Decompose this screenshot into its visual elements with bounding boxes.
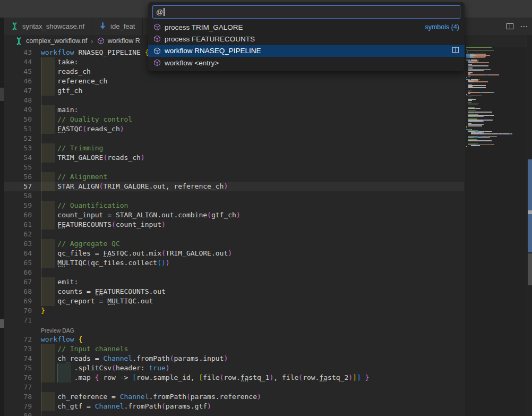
quick-pick-query: @ (156, 8, 163, 16)
line-number: 72 (0, 335, 32, 344)
indent-guide (41, 411, 41, 416)
line-number: 44 (0, 57, 32, 67)
overview-ruler-decoration (528, 159, 532, 210)
indent-guide (41, 163, 41, 172)
quick-pick-item[interactable]: process TRIM_GALOREsymbols (4) (148, 21, 465, 33)
indent-guide (41, 268, 41, 277)
breadcrumb-symbol[interactable]: workflow R (108, 37, 140, 45)
line-number: 62 (0, 230, 32, 239)
hint-underlined-token: fastq_1 (241, 373, 270, 381)
tab-syntax-showcase[interactable]: syntax_showcase.nf (4, 18, 92, 35)
code-line: 55 (0, 163, 465, 172)
line-number: 70 (0, 306, 32, 316)
code-editor[interactable]: 43workflow RNASEQ_PIPELINE {44 take:45 r… (0, 47, 532, 416)
code-line: 66 (0, 268, 465, 277)
indent-guide (41, 134, 41, 143)
hint-underlined-token: FASTQC (103, 249, 128, 257)
symbols-count-link[interactable]: symbols (4) (425, 23, 459, 31)
line-number: 66 (0, 268, 32, 277)
line-number: 80 (0, 411, 32, 416)
indent-guide (41, 230, 41, 239)
code-line: 65 MULTIQC(qc_files.collect()) (0, 258, 465, 268)
line-number: 64 (0, 249, 32, 258)
indent-guide (41, 96, 41, 105)
line-number: 71 (0, 316, 32, 325)
codelens-row: Preview DAG (0, 325, 465, 335)
code-line: 72workflow { (0, 335, 465, 344)
line-number: 43 (0, 48, 32, 57)
more-actions-button[interactable]: ⋯ (520, 24, 529, 29)
editor-actions: ⋯ (505, 18, 531, 35)
codelens-preview-dag[interactable]: Preview DAG (41, 326, 74, 335)
code-line: 63 // Aggregate QC (0, 239, 465, 249)
code-line: 52 (0, 134, 465, 143)
code-line: 77 (0, 383, 465, 392)
tab-label: ide_feat (110, 22, 135, 30)
nextflow-logo-icon (11, 22, 19, 30)
quick-pick-item[interactable]: workflow RNASEQ_PIPELINE (148, 45, 465, 57)
code-line: 68 counts = FEATURECOUNTS.out (0, 287, 465, 296)
code-line: 78 ch_reference = Channel.fromPath(param… (0, 392, 465, 402)
line-number: 47 (0, 86, 32, 96)
code-line: 60 count_input = STAR_ALIGN.out.combine(… (0, 210, 465, 220)
symbol-cube-icon (153, 23, 161, 31)
code-line: 51 FASTQC(reads_ch) (0, 124, 465, 134)
line-number: 61 (0, 220, 32, 230)
code-line: 69 qc_report = MULTIQC.out (0, 296, 465, 306)
line-number: 73 (0, 344, 32, 354)
line-number: 78 (0, 392, 32, 402)
quick-pick-item-label: process TRIM_GALORE (165, 23, 243, 31)
breadcrumb-file[interactable]: complex_workflow.nf (26, 37, 87, 45)
symbol-cube-icon (97, 37, 105, 45)
code-line: 46 reference_ch (0, 77, 465, 86)
indent-guide (41, 383, 41, 392)
vscode-window: syntax_showcase.nf ide_feat ⋯ complex_wo… (0, 0, 532, 416)
code-line: 67 emit: (0, 277, 465, 287)
minimap-zone (464, 47, 527, 416)
line-number: 69 (0, 296, 32, 306)
code-line: 56 // Alignment (0, 172, 465, 182)
scrollbar-slider[interactable] (528, 253, 532, 285)
quick-pick-item-label: workflow RNASEQ_PIPELINE (165, 47, 261, 55)
text-cursor (164, 8, 165, 16)
hint-underlined-token: FASTQC (57, 125, 82, 133)
line-number: 58 (0, 191, 32, 201)
line-number: 56 (0, 172, 32, 182)
line-number: 63 (0, 239, 32, 249)
line-number: 52 (0, 134, 32, 143)
line-number: 60 (0, 210, 32, 220)
minimap[interactable] (466, 47, 526, 147)
code-line: 75 .splitCsv(header: true) (0, 363, 465, 373)
tab-ide-features[interactable]: ide_feat (92, 18, 143, 35)
line-number: 54 (0, 153, 32, 163)
line-number: 55 (0, 163, 32, 172)
code-line: 62 (0, 230, 465, 239)
code-line: 58 (0, 191, 465, 201)
code-line: 76 .map { row -> [row.sample_id, [file(r… (0, 373, 465, 383)
symbol-cube-icon (153, 35, 161, 43)
line-number: 50 (0, 115, 32, 124)
quick-pick-item[interactable]: workflow <entry> (148, 57, 465, 69)
left-strip-marker (0, 88, 4, 101)
breadcrumb-separator: › (91, 37, 93, 45)
vertical-scrollbar[interactable] (527, 35, 532, 416)
line-number: 59 (0, 201, 32, 210)
split-editor-button[interactable] (505, 22, 514, 31)
code-line: 79 ch_gtf = Channel.fromPath(params.gtf) (0, 402, 465, 411)
quick-pick-item[interactable]: process FEATURECOUNTS (148, 33, 465, 45)
quick-pick-item-label: workflow <entry> (165, 59, 219, 67)
code-line: 49 main: (0, 105, 465, 115)
symbol-cube-icon (153, 59, 161, 66)
line-number: 65 (0, 258, 32, 268)
left-strip-ellipsis: … (1, 77, 6, 82)
left-strip-marker (0, 319, 4, 328)
symbol-cube-icon (153, 47, 161, 55)
quick-pick-list: process TRIM_GALOREsymbols (4)process FE… (148, 21, 465, 69)
line-number: 77 (0, 383, 32, 392)
quick-pick-input[interactable]: @ (152, 5, 460, 19)
arrow-down-file-icon (99, 22, 107, 30)
line-number: 68 (0, 287, 32, 296)
open-to-side-icon[interactable] (452, 46, 459, 55)
code-line: 73 // Input channels (0, 344, 465, 354)
line-number: 57 (0, 182, 32, 191)
